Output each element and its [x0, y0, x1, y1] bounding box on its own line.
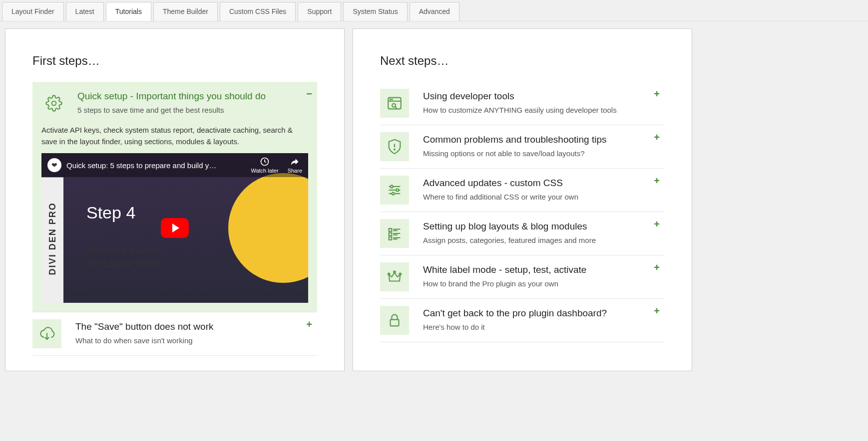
tutorial-item-dev-tools[interactable]: Using developer tools How to customize A…	[380, 82, 665, 125]
expand-icon[interactable]: +	[306, 319, 312, 329]
tab-custom-css[interactable]: Custom CSS Files	[220, 2, 296, 21]
tutorial-subtitle: What to do when save isn't working	[75, 336, 311, 345]
play-button-icon[interactable]	[161, 218, 189, 238]
tutorial-title: The "Save" button does not work	[75, 321, 311, 332]
svg-point-4	[392, 104, 396, 107]
tutorial-item-blog-layouts[interactable]: Setting up blog layouts & blog modules A…	[380, 212, 665, 255]
svg-line-5	[395, 107, 397, 108]
tutorial-item-dashboard-access[interactable]: Can't get back to the pro plugin dashboa…	[380, 299, 665, 342]
tutorial-description: Activate API keys, check system status r…	[41, 125, 308, 147]
tutorial-subtitle: Assign posts, categories, featured image…	[423, 236, 659, 244]
svg-point-13	[396, 189, 399, 191]
tab-latest[interactable]: Latest	[66, 2, 104, 21]
svg-rect-19	[389, 233, 392, 236]
cloud-download-icon	[32, 319, 61, 348]
tutorial-item-save-button[interactable]: The "Save" button does not work What to …	[32, 312, 317, 356]
svg-point-27	[399, 273, 401, 275]
tutorial-item-quick-setup[interactable]: Quick setup - Important things you shoul…	[32, 82, 317, 125]
svg-point-25	[388, 273, 390, 275]
svg-point-7	[392, 99, 392, 100]
tab-tutorials[interactable]: Tutorials	[106, 2, 151, 21]
svg-point-6	[390, 99, 391, 100]
svg-rect-22	[389, 237, 392, 240]
expand-icon[interactable]: +	[654, 176, 660, 186]
tutorial-title: Using developer tools	[423, 91, 659, 102]
tutorial-subtitle: How to brand the Pro plugin as your own	[423, 279, 659, 288]
expand-icon[interactable]: +	[654, 262, 660, 272]
tab-support[interactable]: Support	[298, 2, 341, 21]
tutorial-subtitle: 5 steps to save time and get the best re…	[77, 106, 309, 114]
tab-advanced[interactable]: Advanced	[410, 2, 459, 21]
next-steps-heading: Next steps…	[380, 54, 665, 68]
svg-rect-16	[389, 228, 392, 231]
tutorial-subtitle: How to customize ANYTHING easily using d…	[423, 106, 659, 114]
svg-point-15	[392, 193, 395, 195]
expand-icon[interactable]: +	[654, 89, 660, 99]
tutorial-expanded-content: Activate API keys, check system status r…	[32, 125, 317, 312]
gear-icon	[39, 89, 68, 118]
video-title[interactable]: Quick setup: 5 steps to prepare and buil…	[66, 161, 251, 170]
tutorial-title: Quick setup - Important things you shoul…	[77, 91, 309, 102]
first-steps-panel: First steps… Quick setup - Important thi…	[5, 28, 345, 371]
first-steps-heading: First steps…	[32, 54, 317, 68]
expand-icon[interactable]: +	[654, 306, 660, 316]
tutorial-title: Setting up blog layouts & blog modules	[423, 221, 659, 232]
tutorial-title: White label mode - setup, test, activate	[423, 264, 659, 275]
lock-icon	[380, 306, 409, 335]
video-brand-strip: DIVI DEN PRO	[41, 177, 63, 303]
tutorial-subtitle: Here's how to do it	[423, 323, 659, 331]
video-embed[interactable]: ❤ Quick setup: 5 steps to prepare and bu…	[41, 153, 308, 303]
tab-system-status[interactable]: System Status	[343, 2, 407, 21]
tutorial-subtitle: Where to find additional CSS or write yo…	[423, 193, 659, 201]
svg-point-9	[394, 149, 395, 150]
list-icon	[380, 219, 409, 248]
channel-avatar-icon[interactable]: ❤	[47, 158, 61, 172]
browser-search-icon	[380, 89, 409, 118]
collapse-icon[interactable]: −	[306, 89, 312, 99]
tutorial-title: Advanced updates - custom CSS	[423, 178, 659, 189]
tutorial-item-troubleshooting[interactable]: Common problems and troubleshooting tips…	[380, 125, 665, 169]
expand-icon[interactable]: +	[654, 219, 660, 229]
tutorial-title: Common problems and troubleshooting tips	[423, 134, 659, 145]
watch-later-button[interactable]: Watch later	[251, 157, 278, 174]
tutorial-item-custom-css[interactable]: Advanced updates - custom CSS Where to f…	[380, 169, 665, 212]
tab-theme-builder[interactable]: Theme Builder	[153, 2, 218, 21]
tab-layout-finder[interactable]: Layout Finder	[2, 2, 64, 21]
svg-rect-28	[391, 320, 399, 326]
main-content: First steps… Quick setup - Important thi…	[0, 21, 868, 378]
video-overlay-text: Step 4 Search & save frthe Layout finder	[86, 203, 161, 276]
tutorial-item-white-label[interactable]: White label mode - setup, test, activate…	[380, 255, 665, 299]
svg-point-0	[52, 101, 56, 106]
share-button[interactable]: Share	[288, 157, 302, 174]
sliders-icon	[380, 176, 409, 205]
next-steps-panel: Next steps… Using developer tools How to…	[353, 28, 692, 371]
svg-point-11	[391, 185, 393, 188]
expand-icon[interactable]: +	[654, 132, 660, 142]
tutorial-subtitle: Missing options or not able to save/load…	[423, 149, 659, 158]
tab-bar: Layout Finder Latest Tutorials Theme Bui…	[0, 0, 868, 21]
shield-alert-icon	[380, 132, 409, 161]
video-header: ❤ Quick setup: 5 steps to prepare and bu…	[41, 153, 308, 177]
tutorial-title: Can't get back to the pro plugin dashboa…	[423, 308, 659, 319]
crown-icon	[380, 262, 409, 291]
